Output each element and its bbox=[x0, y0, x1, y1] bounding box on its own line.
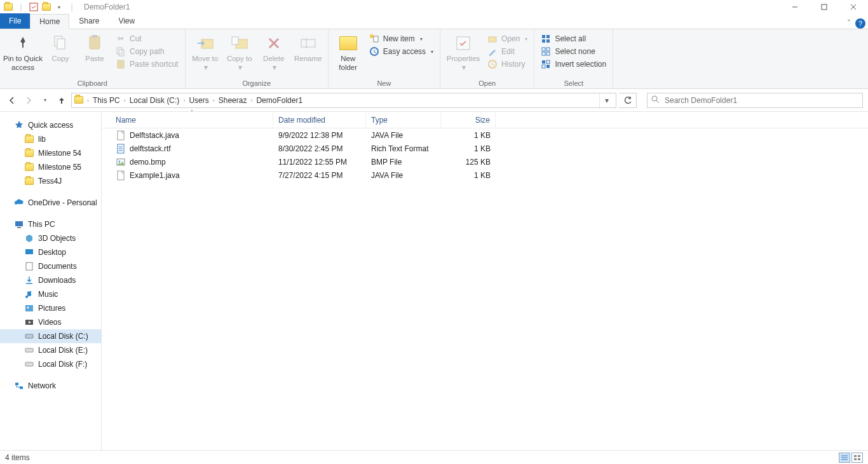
open-button[interactable]: Open▾ bbox=[484, 33, 531, 44]
sidebar-network[interactable]: Network bbox=[0, 379, 101, 393]
address-bar[interactable]: › This PC › Local Disk (C:) › Users › Sh… bbox=[71, 93, 616, 108]
sidebar-item-local-disk-c[interactable]: Local Disk (C:) bbox=[0, 329, 101, 343]
tab-home[interactable]: Home bbox=[30, 14, 69, 29]
open-icon bbox=[487, 34, 498, 44]
svg-rect-9 bbox=[117, 48, 122, 54]
tab-view[interactable]: View bbox=[109, 13, 144, 29]
close-button[interactable] bbox=[839, 0, 868, 14]
file-row[interactable]: Example1.java7/27/2022 4:15 PMJAVA File1… bbox=[102, 168, 868, 182]
up-button[interactable] bbox=[55, 93, 69, 107]
qat-folder2-icon[interactable] bbox=[41, 1, 52, 13]
copy-button[interactable]: Copy bbox=[43, 31, 78, 64]
forward-button[interactable] bbox=[22, 93, 36, 107]
breadcrumb[interactable]: Users bbox=[186, 96, 211, 105]
breadcrumb[interactable]: Local Disk (C:) bbox=[127, 96, 182, 105]
back-button[interactable] bbox=[5, 93, 19, 107]
sidebar-item-downloads[interactable]: Downloads bbox=[0, 273, 101, 287]
easy-access-button[interactable]: Easy access▾ bbox=[365, 46, 437, 57]
qat-properties-icon[interactable] bbox=[28, 1, 39, 13]
file-rows: Delftstack.java9/9/2022 12:38 PMJAVA Fil… bbox=[102, 128, 868, 450]
view-details-button[interactable] bbox=[839, 453, 850, 463]
col-date[interactable]: Date modified bbox=[273, 112, 366, 128]
invert-selection-button[interactable]: Invert selection bbox=[537, 58, 610, 70]
search-box[interactable] bbox=[647, 93, 863, 108]
address-dropdown-icon[interactable]: ▾ bbox=[599, 93, 613, 107]
copy-to-button[interactable]: Copy to▾ bbox=[222, 31, 257, 72]
file-row[interactable]: Delftstack.java9/9/2022 12:38 PMJAVA Fil… bbox=[102, 128, 868, 142]
help-icon[interactable]: ? bbox=[855, 18, 865, 29]
nav-bar: ▾ › This PC › Local Disk (C:) › Users › … bbox=[0, 89, 868, 112]
svg-rect-7 bbox=[90, 36, 100, 49]
delete-button[interactable]: Delete▾ bbox=[257, 31, 291, 72]
col-type[interactable]: Type bbox=[366, 112, 441, 128]
search-input[interactable] bbox=[665, 96, 858, 105]
search-icon bbox=[651, 95, 660, 106]
chevron-down-icon: ▾ bbox=[238, 64, 242, 72]
col-size[interactable]: Size bbox=[441, 112, 496, 128]
recent-dropdown-icon[interactable]: ▾ bbox=[38, 93, 52, 107]
tab-file[interactable]: File bbox=[0, 13, 30, 29]
qat-dropdown-icon[interactable]: ▾ bbox=[53, 1, 65, 13]
svg-rect-6 bbox=[57, 39, 65, 49]
maximize-button[interactable] bbox=[810, 0, 839, 14]
paste-shortcut-button[interactable]: Paste shortcut bbox=[112, 58, 182, 70]
col-name[interactable]: Name˄ bbox=[111, 112, 273, 128]
view-large-icons-button[interactable] bbox=[851, 453, 863, 463]
svg-rect-27 bbox=[542, 48, 545, 51]
edit-button[interactable]: Edit bbox=[484, 46, 531, 57]
sidebar-this-pc[interactable]: This PC bbox=[0, 217, 101, 231]
sidebar-item-tess4j[interactable]: Tess4J bbox=[0, 174, 101, 188]
sidebar-item-pictures[interactable]: Pictures bbox=[0, 301, 101, 315]
nav-pane[interactable]: Quick access lib Milestone 54 Milestone … bbox=[0, 112, 102, 450]
copy-icon bbox=[50, 33, 71, 53]
history-button[interactable]: History bbox=[484, 58, 531, 70]
tab-share[interactable]: Share bbox=[69, 13, 109, 29]
videos-icon bbox=[24, 317, 34, 327]
select-all-button[interactable]: Select all bbox=[537, 33, 610, 44]
paste-button[interactable]: Paste bbox=[78, 31, 112, 64]
svg-rect-18 bbox=[374, 36, 378, 42]
pin-quick-access-button[interactable]: Pin to Quick access bbox=[3, 31, 43, 72]
file-row[interactable]: delftstack.rtf8/30/2022 2:45 PMRich Text… bbox=[102, 142, 868, 155]
sidebar-item-milestone55[interactable]: Milestone 55 bbox=[0, 160, 101, 174]
sidebar-item-videos[interactable]: Videos bbox=[0, 315, 101, 329]
svg-rect-11 bbox=[118, 60, 124, 68]
invert-selection-icon bbox=[541, 59, 551, 69]
svg-rect-10 bbox=[119, 50, 124, 56]
minimize-button[interactable] bbox=[780, 0, 810, 14]
svg-rect-56 bbox=[118, 171, 124, 180]
sidebar-quick-access[interactable]: Quick access bbox=[0, 118, 101, 132]
breadcrumb[interactable]: DemoFolder1 bbox=[254, 96, 305, 105]
sidebar-item-documents[interactable]: Documents bbox=[0, 259, 101, 273]
select-none-button[interactable]: Select none bbox=[537, 46, 610, 57]
svg-rect-62 bbox=[854, 458, 857, 460]
move-to-icon bbox=[195, 33, 215, 53]
properties-button[interactable]: Properties▾ bbox=[443, 31, 484, 72]
copy-path-button[interactable]: Copy path bbox=[112, 46, 182, 57]
breadcrumb[interactable]: This PC bbox=[90, 96, 123, 105]
new-item-button[interactable]: New item▾ bbox=[365, 33, 437, 44]
file-type: JAVA File bbox=[366, 171, 441, 180]
breadcrumb[interactable]: Sheeraz bbox=[216, 96, 250, 105]
chevron-down-icon: ▾ bbox=[420, 36, 423, 42]
sidebar-item-lib[interactable]: lib bbox=[0, 132, 101, 146]
sidebar-item-local-disk-e[interactable]: Local Disk (E:) bbox=[0, 343, 101, 357]
main-area: Quick access lib Milestone 54 Milestone … bbox=[0, 112, 868, 450]
refresh-button[interactable] bbox=[619, 93, 637, 108]
sidebar-item-desktop[interactable]: Desktop bbox=[0, 245, 101, 259]
sidebar-onedrive[interactable]: OneDrive - Personal bbox=[0, 196, 101, 210]
quick-access-icon bbox=[14, 120, 24, 130]
rename-button[interactable]: Rename bbox=[291, 31, 325, 64]
cut-button[interactable]: ✂Cut bbox=[112, 33, 182, 44]
group-new: New folder New item▾ Easy access▾ New bbox=[329, 29, 440, 88]
sidebar-item-milestone54[interactable]: Milestone 54 bbox=[0, 146, 101, 160]
sidebar-item-local-disk-f[interactable]: Local Disk (F:) bbox=[0, 357, 101, 371]
svg-rect-8 bbox=[92, 35, 97, 38]
move-to-button[interactable]: Move to▾ bbox=[188, 31, 222, 72]
new-folder-button[interactable]: New folder bbox=[331, 31, 365, 72]
file-row[interactable]: demo.bmp11/1/2022 12:55 PMBMP File125 KB bbox=[102, 155, 868, 168]
sidebar-item-3d-objects[interactable]: 3D Objects bbox=[0, 231, 101, 245]
ribbon-collapse-icon[interactable]: ˆ bbox=[848, 19, 850, 28]
chevron-down-icon: ▾ bbox=[525, 36, 527, 42]
sidebar-item-music[interactable]: Music bbox=[0, 287, 101, 301]
